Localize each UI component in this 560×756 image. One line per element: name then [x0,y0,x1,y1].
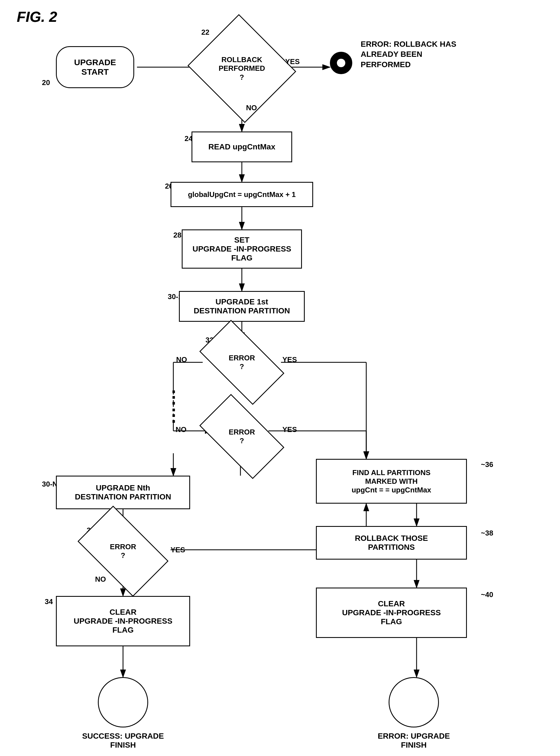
dots-ellipsis: ⋮ [165,388,183,407]
no-label-mid: NO [176,425,186,434]
ref-38: ~38 [481,529,493,538]
globalupgcnt-process: globalUpgCnt = upgCntMax + 1 [171,182,313,207]
fig-label: FIG. 2 [17,8,57,25]
error-finish-label: ERROR: UPGRADE FINISH [375,732,453,750]
ref-40: ~40 [481,590,493,599]
set-flag-process: SET UPGRADE -IN-PROGRESS FLAG [182,229,302,269]
yes-label-mid: YES [282,425,297,434]
rollback-partitions-process: ROLLBACK THOSE PARTITIONS [316,526,467,560]
dots-ellipsis-2: ⋮ [165,406,182,425]
yes-label-32-n: YES [171,546,185,554]
clear-flag-right-process: CLEAR UPGRADE -IN-PROGRESS FLAG [316,587,467,638]
ref-36: ~36 [481,460,493,469]
clear-flag-left-process: CLEAR UPGRADE -IN-PROGRESS FLAG [56,596,190,646]
no-label-32-1: NO [176,355,187,364]
ref-30-n: 30-N [42,480,58,488]
error-finish-circle [388,677,439,728]
yes-label-32-1: YES [282,355,297,364]
no-label-32-n: NO [95,575,106,584]
error-rollback-text: ERROR: ROLLBACK HAS ALREADY BEEN PERFORM… [361,39,473,70]
upgrade-1st-process: UPGRADE 1st DESTINATION PARTITION [179,291,305,322]
flowchart: FIG. 2 [0,0,560,756]
success-label: SUCCESS: UPGRADE FINISH [81,732,165,750]
error-1-diamond: ERROR ? [204,340,280,385]
ref-28: 28 [173,231,181,239]
ref-34: 34 [45,597,53,606]
read-upgcntmax-process: READ upgCntMax [192,132,292,162]
error-mid-diamond: ERROR ? [204,414,280,459]
yes-label-rollback: YES [285,57,300,66]
ref-20: 20 [42,78,50,87]
find-partitions-process: FIND ALL PARTITIONS MARKED WITH upgCnt =… [316,459,467,504]
upgrade-start-terminal: UPGRADE START [56,46,134,88]
no-label-rollback: NO [246,103,257,112]
success-circle [98,677,148,728]
upgrade-nth-process: UPGRADE Nth DESTINATION PARTITION [56,476,190,509]
rollback-performed-diamond: ROLLBACK PERFORMED ? [201,32,282,105]
error-n-diamond: ERROR ? [84,526,162,576]
error-rollback-circle [330,52,352,74]
